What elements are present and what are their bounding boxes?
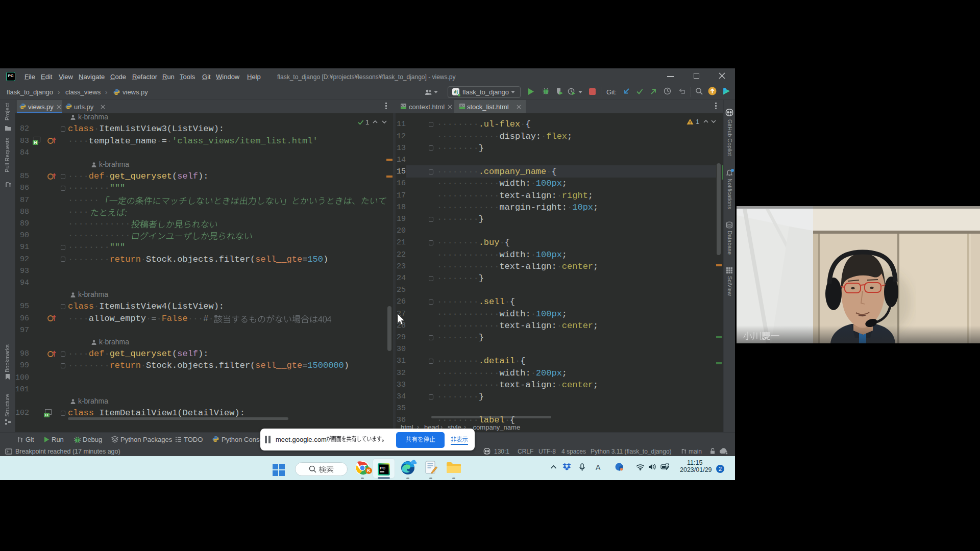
svg-text:PC: PC <box>380 466 385 470</box>
